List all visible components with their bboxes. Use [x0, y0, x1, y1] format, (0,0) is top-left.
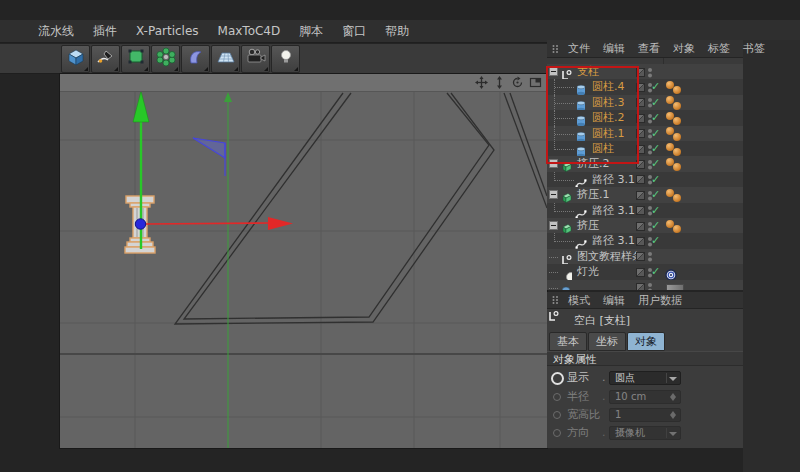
- object-row[interactable]: 圆柱✓: [547, 141, 743, 157]
- object-row[interactable]: 路径 3.1✓: [547, 203, 743, 219]
- enabled-check[interactable]: ✓: [651, 187, 660, 203]
- material-tag[interactable]: [673, 148, 681, 156]
- object-row[interactable]: 图文教程样条: [547, 249, 743, 265]
- object-row[interactable]: 圆柱.1✓: [547, 126, 743, 142]
- gizmo-origin-handle[interactable]: [135, 219, 145, 229]
- collapse-toggle[interactable]: [549, 190, 558, 199]
- layer-swatch[interactable]: [636, 83, 645, 92]
- enabled-check[interactable]: ✓: [651, 172, 660, 188]
- material-tag[interactable]: [673, 225, 681, 233]
- floor-tool-button[interactable]: [211, 45, 240, 73]
- keyframe-circle[interactable]: [553, 411, 561, 419]
- material-tag[interactable]: [673, 102, 681, 110]
- menu-item[interactable]: 对象: [673, 41, 695, 56]
- attribute-tab-2[interactable]: 对象: [627, 332, 665, 351]
- dropdown-方向[interactable]: 摄像机: [609, 426, 681, 440]
- menu-item[interactable]: 标签: [708, 41, 730, 56]
- menu-item[interactable]: 流水线: [38, 23, 74, 40]
- visibility-dots[interactable]: [648, 283, 652, 287]
- material-tag[interactable]: [673, 117, 681, 125]
- menu-item[interactable]: 模式: [568, 293, 590, 308]
- menu-item[interactable]: X-Particles: [136, 24, 199, 38]
- layer-swatch[interactable]: [636, 206, 645, 215]
- target-tag-icon[interactable]: [665, 266, 677, 278]
- gizmo-x-arrow[interactable]: [146, 217, 293, 230]
- spinner-down-icon[interactable]: [670, 415, 676, 419]
- menu-item[interactable]: 脚本: [299, 23, 323, 40]
- pen-tool-button[interactable]: [91, 45, 120, 73]
- layer-swatch[interactable]: [636, 129, 645, 138]
- deformer-tool-button[interactable]: [181, 45, 210, 73]
- number-field-宽高比[interactable]: 1: [609, 408, 681, 422]
- object-row[interactable]: 路径 3.1✓: [547, 172, 743, 188]
- material-tag[interactable]: [673, 133, 681, 141]
- enabled-check[interactable]: ✓: [651, 141, 660, 157]
- enabled-check[interactable]: ✓: [651, 79, 660, 95]
- object-row[interactable]: 圆柱.4✓: [547, 79, 743, 95]
- layer-swatch[interactable]: [636, 160, 645, 169]
- layer-swatch[interactable]: [636, 283, 645, 290]
- layer-swatch[interactable]: [636, 222, 645, 231]
- object-row[interactable]: 支柱: [547, 64, 743, 80]
- enabled-check[interactable]: ✓: [651, 126, 660, 142]
- object-row[interactable]: 圆柱.2✓: [547, 110, 743, 126]
- visibility-dots[interactable]: [648, 68, 652, 72]
- layer-swatch[interactable]: [636, 175, 645, 184]
- object-row[interactable]: 灯光✓: [547, 264, 743, 280]
- object-row[interactable]: 挤压✓: [547, 218, 743, 234]
- layer-swatch[interactable]: [636, 98, 645, 107]
- menu-item[interactable]: 文件: [568, 41, 590, 56]
- material-tag[interactable]: [673, 86, 681, 94]
- layer-swatch[interactable]: [636, 237, 645, 246]
- enabled-check[interactable]: ✓: [651, 95, 660, 111]
- menu-item[interactable]: 帮助: [385, 23, 409, 40]
- layer-swatch[interactable]: [636, 114, 645, 123]
- object-row[interactable]: 挤压.1✓: [547, 187, 743, 203]
- enabled-check[interactable]: ✓: [651, 156, 660, 172]
- enabled-check[interactable]: ✓: [651, 264, 660, 280]
- enabled-check[interactable]: ✓: [651, 203, 660, 219]
- menu-item[interactable]: 插件: [93, 23, 117, 40]
- keyframe-circle[interactable]: [551, 372, 564, 385]
- viewport-canvas[interactable]: [60, 74, 547, 448]
- collapse-toggle[interactable]: [549, 67, 558, 76]
- texture-tag[interactable]: [666, 284, 684, 290]
- viewport-pan-icon[interactable]: [475, 76, 488, 89]
- attribute-tab-1[interactable]: 坐标: [588, 332, 626, 351]
- enabled-check[interactable]: ✓: [651, 233, 660, 249]
- viewport-dolly-icon[interactable]: [493, 76, 506, 89]
- attribute-tab-0[interactable]: 基本: [549, 332, 587, 351]
- edit-mesh-tool-button[interactable]: [121, 45, 150, 73]
- object-row[interactable]: 圆柱.3✓: [547, 95, 743, 111]
- cube-tool-button[interactable]: [61, 45, 90, 73]
- layer-swatch[interactable]: [636, 191, 645, 200]
- dropdown-显示[interactable]: 圆点: [609, 371, 681, 385]
- spinner-down-icon[interactable]: [670, 397, 676, 401]
- layer-swatch[interactable]: [636, 268, 645, 277]
- viewport[interactable]: [60, 74, 547, 448]
- layer-swatch[interactable]: [636, 145, 645, 154]
- material-tag[interactable]: [673, 194, 681, 202]
- camera-tool-button[interactable]: [241, 45, 270, 73]
- enabled-check[interactable]: ✓: [651, 110, 660, 126]
- viewport-rotate-icon[interactable]: [511, 76, 524, 89]
- collapse-toggle[interactable]: [549, 159, 558, 168]
- layer-swatch[interactable]: [636, 68, 645, 77]
- object-row[interactable]: [547, 280, 743, 290]
- array-tool-button[interactable]: [151, 45, 180, 73]
- number-field-半径[interactable]: 10 cm: [609, 390, 681, 404]
- menu-item[interactable]: 编辑: [603, 293, 625, 308]
- menu-item[interactable]: 用户数据: [638, 293, 682, 308]
- menu-item[interactable]: MaxToC4D: [218, 24, 281, 38]
- keyframe-circle[interactable]: [553, 393, 561, 401]
- object-row[interactable]: 路径 3.1✓: [547, 233, 743, 249]
- object-row[interactable]: 挤压.2✓: [547, 156, 743, 172]
- collapse-toggle[interactable]: [549, 221, 558, 230]
- material-tag[interactable]: [673, 163, 681, 171]
- viewport-maximize-icon[interactable]: [529, 76, 542, 89]
- enabled-check[interactable]: ✓: [651, 218, 660, 234]
- menu-item[interactable]: 窗口: [342, 23, 366, 40]
- keyframe-circle[interactable]: [553, 429, 561, 437]
- visibility-dots[interactable]: [648, 252, 652, 256]
- layer-swatch[interactable]: [636, 252, 645, 261]
